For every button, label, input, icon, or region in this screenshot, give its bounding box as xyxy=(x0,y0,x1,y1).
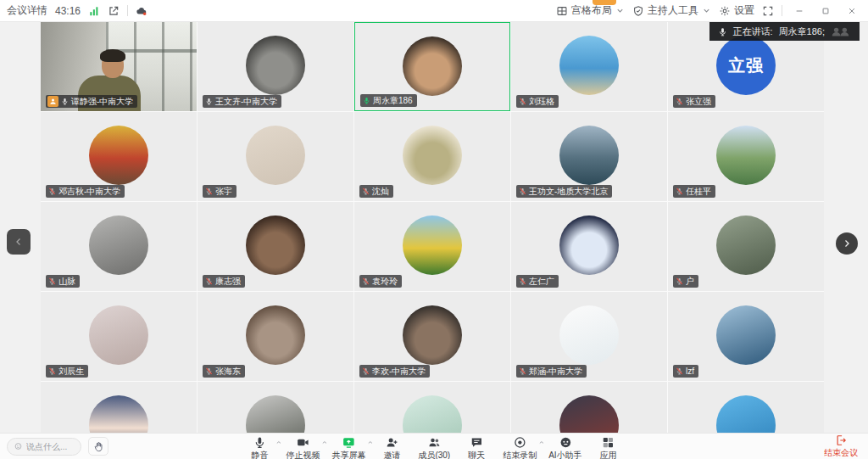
participant-tile[interactable]: 刘辰生 xyxy=(41,292,197,381)
chevron-up-icon[interactable] xyxy=(275,439,281,445)
close-button[interactable] xyxy=(843,3,861,19)
avatar xyxy=(403,395,462,433)
participant-name: 左仁广 xyxy=(529,275,554,288)
previous-page-button[interactable] xyxy=(7,229,31,255)
fullscreen-icon[interactable] xyxy=(762,5,774,17)
toolbar-button-invite[interactable]: 邀请 xyxy=(377,436,406,459)
participant-namebar: 左仁广 xyxy=(516,275,559,288)
toolbar-button-record[interactable]: 结束录制 xyxy=(503,436,537,459)
participant-tile[interactable]: 刘珏格 xyxy=(511,22,667,111)
participant-name: 谭静强-中南大学 xyxy=(71,95,133,108)
avatar xyxy=(403,36,462,96)
participant-tile[interactable]: 李欢-中南大学 xyxy=(354,292,510,381)
participant-tile[interactable]: 左仁广 xyxy=(511,202,667,291)
participant-tile[interactable] xyxy=(41,382,197,433)
mic-muted-icon xyxy=(48,367,56,375)
quick-chat-box[interactable] xyxy=(7,438,81,456)
mic-icon xyxy=(61,98,69,105)
share-screen-icon xyxy=(342,436,355,449)
maximize-button[interactable] xyxy=(816,3,835,19)
end-meeting-button[interactable]: 结束会议 xyxy=(824,434,858,459)
participant-tile[interactable]: 张海东 xyxy=(198,292,353,381)
toolbar-button-camera[interactable]: 停止视频 xyxy=(286,436,320,459)
record-icon xyxy=(513,436,526,449)
toolbar-button-ai-assistant[interactable]: AI小助手 xyxy=(548,436,581,459)
chevron-down-icon xyxy=(615,6,625,15)
mic-muted-icon xyxy=(676,98,683,105)
mic-icon xyxy=(718,27,727,36)
speaking-users-icon xyxy=(831,26,851,37)
next-page-button[interactable] xyxy=(836,232,858,255)
participant-name: 康志强 xyxy=(215,275,241,288)
participant-tile[interactable]: 王功文-地质大学北京 xyxy=(511,112,667,201)
notification-tab[interactable] xyxy=(593,0,616,5)
participant-tile[interactable]: 康志强 xyxy=(198,202,353,291)
chevron-up-icon[interactable] xyxy=(321,439,327,445)
avatar xyxy=(716,305,776,365)
toolbar-button-members[interactable]: 成员(30) xyxy=(418,436,450,459)
toolbar-button-apps[interactable]: 应用 xyxy=(594,436,623,459)
speaking-prefix: 正在讲话: xyxy=(733,25,773,38)
chevron-up-icon[interactable] xyxy=(367,439,373,445)
layout-menu-label: 宫格布局 xyxy=(571,3,612,18)
settings-button[interactable]: 设置 xyxy=(719,3,754,18)
avatar xyxy=(559,395,619,433)
avatar xyxy=(403,216,462,275)
mic-muted-icon xyxy=(205,277,213,285)
participant-tile[interactable]: lzf xyxy=(668,292,824,381)
participant-name: 张立强 xyxy=(686,95,711,108)
participant-tile[interactable]: 谭静强-中南大学 xyxy=(41,22,197,111)
avatar xyxy=(89,395,148,433)
cloud-recording-icon[interactable] xyxy=(136,5,147,17)
members-icon xyxy=(427,436,441,449)
participant-tile[interactable] xyxy=(511,382,667,433)
minimize-button[interactable] xyxy=(790,3,809,19)
pop-out-icon[interactable] xyxy=(108,5,120,17)
participant-tile[interactable]: 张宇 xyxy=(198,112,353,201)
participant-tile[interactable]: 袁玲玲 xyxy=(354,202,510,291)
mic-muted-icon xyxy=(205,367,213,375)
host-tools-label: 主持人工具 xyxy=(648,3,698,18)
participant-namebar: 山脉 xyxy=(46,275,80,288)
toolbar-button-label: 邀请 xyxy=(383,450,400,459)
participant-namebar: 刘珏格 xyxy=(516,95,559,108)
shield-icon xyxy=(632,5,644,17)
participant-name: 王文卉-中南大学 xyxy=(215,95,277,108)
layout-menu[interactable]: 宫格布局 xyxy=(556,3,625,18)
participant-tile[interactable] xyxy=(354,382,510,433)
quick-chat-input[interactable] xyxy=(26,442,74,451)
speaking-names: 周永章186; xyxy=(779,25,825,38)
toolbar-button-label: 应用 xyxy=(600,450,617,459)
participant-tile[interactable]: 王文卉-中南大学 xyxy=(198,22,353,111)
avatar xyxy=(403,305,462,365)
titlebar: 会议详情 43:16 宫格布局 主持人工具 设置 xyxy=(0,0,868,22)
avatar xyxy=(716,126,776,185)
participant-namebar: 邓吉秋-中南大学 xyxy=(46,185,125,198)
participant-tile[interactable]: 任桂平 xyxy=(668,112,824,201)
chevron-up-icon[interactable] xyxy=(538,439,544,445)
raised-hand-icon xyxy=(93,441,104,452)
toolbar-button-label: 结束录制 xyxy=(503,450,537,459)
participant-tile[interactable] xyxy=(198,382,353,433)
participant-tile[interactable]: 户 xyxy=(668,202,824,291)
avatar xyxy=(246,36,305,95)
host-tools-menu[interactable]: 主持人工具 xyxy=(632,3,711,18)
participant-tile[interactable]: 周永章186 xyxy=(354,22,510,111)
toolbar-button-share-screen[interactable]: 共享屏幕 xyxy=(331,436,365,459)
participant-tile[interactable]: 郑涵-中南大学 xyxy=(511,292,667,381)
avatar xyxy=(559,305,619,365)
participant-namebar: 张立强 xyxy=(673,95,715,108)
participant-tile[interactable]: 山脉 xyxy=(41,202,197,291)
raise-hand-button[interactable] xyxy=(88,437,108,456)
toolbar-button-mic[interactable]: 静音 xyxy=(245,436,274,459)
participant-tile[interactable] xyxy=(668,382,824,433)
participant-tile[interactable]: 邓吉秋-中南大学 xyxy=(41,112,197,201)
meeting-details-button[interactable]: 会议详情 xyxy=(7,3,47,18)
host-badge-icon xyxy=(47,96,58,107)
mic-muted-icon xyxy=(519,367,526,375)
toolbar-button-chat[interactable]: 聊天 xyxy=(462,436,491,459)
participant-tile[interactable]: 沈灿 xyxy=(354,112,510,201)
participant-name: 郑涵-中南大学 xyxy=(529,365,582,378)
invite-icon xyxy=(385,436,398,449)
network-signal-icon[interactable] xyxy=(88,5,100,17)
